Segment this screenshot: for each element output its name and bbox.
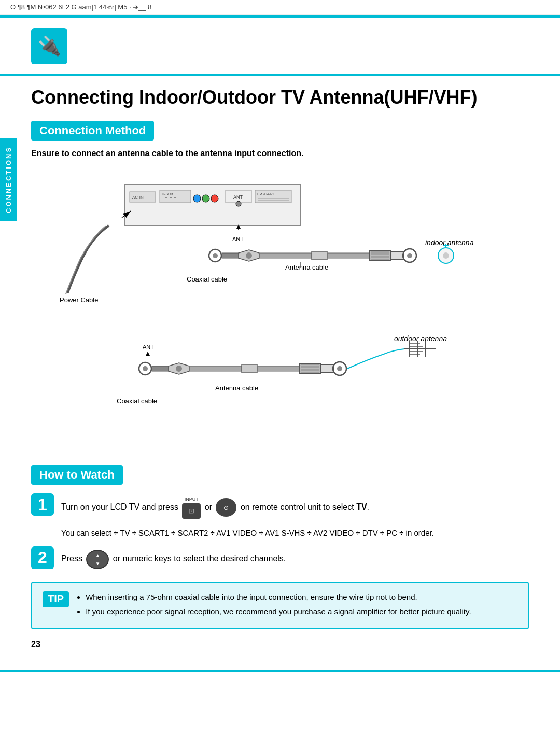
step-2-number: 2 bbox=[31, 546, 54, 569]
how-to-watch-header: How to Watch bbox=[31, 465, 123, 485]
connection-method-section: Connection Method Ensure to connect an a… bbox=[31, 121, 529, 450]
svg-point-19 bbox=[236, 201, 241, 206]
coaxial-cable-label-1: Coaxial cable bbox=[187, 275, 227, 283]
tip-content: When inserting a 75-ohm coaxial cable in… bbox=[77, 591, 471, 620]
outdoor-antenna-label: outdoor antenna bbox=[394, 334, 447, 343]
svg-text:ANT: ANT bbox=[143, 344, 154, 350]
svg-point-40 bbox=[407, 253, 412, 258]
svg-rect-64 bbox=[320, 364, 333, 373]
svg-point-66 bbox=[337, 366, 342, 371]
indoor-antenna-label: indoor antenna bbox=[425, 238, 474, 247]
logo-icon: 🔌 bbox=[38, 35, 61, 57]
source-button-icon[interactable]: ⊙ bbox=[216, 498, 236, 517]
logo-area: 🔌 bbox=[0, 18, 560, 69]
status-text: O ¶8 ¶M №062 6I 2 G aam|1 44⅝r| M5 · ➔__… bbox=[10, 3, 152, 11]
tip-list: When inserting a 75-ohm coaxial cable in… bbox=[77, 591, 471, 618]
instruction-text: Ensure to connect an antenna cable to th… bbox=[31, 149, 529, 158]
step-2-content: Press ▲ ▼ or numeric keys to select the … bbox=[61, 546, 286, 569]
input-label: INPUT bbox=[185, 496, 199, 503]
main-content: CONNECTIONS Connecting Indoor/Outdoor TV… bbox=[0, 76, 560, 659]
input-button-icon[interactable]: ⊡ bbox=[182, 503, 201, 519]
step-2: 2 Press ▲ ▼ or numeric keys to select th… bbox=[31, 546, 529, 569]
svg-point-10 bbox=[211, 195, 218, 202]
svg-point-24 bbox=[213, 253, 218, 258]
svg-rect-29 bbox=[312, 251, 327, 260]
indoor-antenna-diagram: AC-IN D-SUB ANT F-SCART bbox=[31, 169, 529, 321]
page-number: 23 bbox=[31, 640, 529, 649]
tip-label: TIP bbox=[43, 591, 69, 607]
tip-item-1: When inserting a 75-ohm coaxial cable in… bbox=[86, 591, 471, 603]
sidebar-tab-connections: CONNECTIONS bbox=[0, 138, 17, 221]
step-2-text-before: Press bbox=[61, 554, 82, 563]
step-1-number: 1 bbox=[31, 493, 54, 516]
svg-rect-55 bbox=[242, 364, 257, 373]
svg-rect-56 bbox=[258, 366, 299, 371]
bottom-accent-bar bbox=[0, 670, 560, 672]
tip-box: TIP When inserting a 75-ohm coaxial cabl… bbox=[31, 582, 529, 629]
svg-text:Power Cable: Power Cable bbox=[60, 296, 98, 304]
logo-box: 🔌 bbox=[31, 28, 67, 64]
svg-text:F-SCART: F-SCART bbox=[257, 192, 275, 196]
svg-text:D-SUB: D-SUB bbox=[162, 192, 173, 196]
step-1-text-after: on remote control unit to select TV. bbox=[241, 502, 369, 511]
selection-row: You can select ÷ TV ÷ SCART1 ÷ SCART2 ÷ … bbox=[61, 528, 529, 537]
svg-rect-28 bbox=[260, 253, 312, 258]
connection-method-header: Connection Method bbox=[31, 121, 154, 141]
step-1-or: or bbox=[205, 502, 212, 511]
svg-point-53 bbox=[176, 366, 182, 372]
outdoor-antenna-svg: ANT bbox=[31, 333, 524, 447]
svg-rect-38 bbox=[390, 251, 403, 260]
step-1-content: Turn on your LCD TV and press INPUT ⊡ or… bbox=[61, 493, 369, 519]
status-bar: O ¶8 ¶M №062 6I 2 G aam|1 44⅝r| M5 · ➔__… bbox=[0, 0, 560, 15]
svg-text:ANT: ANT bbox=[232, 236, 244, 242]
svg-rect-30 bbox=[328, 253, 369, 258]
svg-point-50 bbox=[143, 366, 148, 371]
channel-button-icon[interactable]: ▲ ▼ bbox=[86, 550, 109, 569]
outdoor-antenna-diagram: ANT bbox=[31, 333, 529, 450]
svg-rect-54 bbox=[190, 366, 242, 371]
svg-point-9 bbox=[202, 195, 209, 202]
svg-text:ANT: ANT bbox=[233, 194, 243, 200]
step-1: 1 Turn on your LCD TV and press INPUT ⊡ … bbox=[31, 493, 529, 519]
svg-point-8 bbox=[193, 195, 201, 202]
step-2-text-after: or numeric keys to select the desired ch… bbox=[113, 554, 286, 563]
svg-text:AC-IN: AC-IN bbox=[132, 195, 144, 200]
svg-point-27 bbox=[246, 252, 252, 259]
tip-item-2: If you experience poor signal reception,… bbox=[86, 606, 471, 618]
coaxial-cable-label-2: Coaxial cable bbox=[117, 397, 157, 405]
page-title: Connecting Indoor/Outdoor TV Antenna(UHF… bbox=[31, 86, 529, 108]
how-to-watch-section: How to Watch 1 Turn on your LCD TV and p… bbox=[31, 465, 529, 649]
antenna-cable-label-2: Antenna cable bbox=[215, 384, 258, 392]
svg-point-42 bbox=[443, 252, 449, 259]
step-1-text-before: Turn on your LCD TV and press bbox=[61, 502, 180, 511]
svg-marker-48 bbox=[146, 352, 150, 356]
indoor-antenna-svg: AC-IN D-SUB ANT F-SCART bbox=[31, 169, 524, 319]
antenna-cable-label-1: Antenna cable bbox=[285, 263, 328, 271]
